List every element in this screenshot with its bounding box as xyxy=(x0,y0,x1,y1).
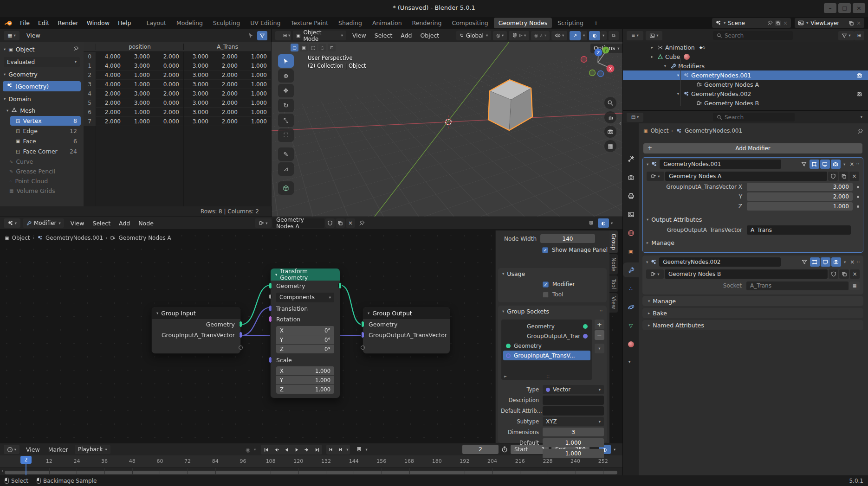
select-mode-lasso[interactable]: ◌ xyxy=(318,44,326,51)
pan-button[interactable] xyxy=(604,111,616,123)
maximize-button[interactable]: □ xyxy=(838,3,851,13)
editor-type-button[interactable]: ≡▾ xyxy=(627,31,643,40)
viewport-menu-view[interactable]: View xyxy=(348,32,370,39)
workspace-tab-rendering[interactable]: Rendering xyxy=(408,18,447,28)
rotation-field-z[interactable]: Z0° xyxy=(276,345,334,353)
spreadsheet-view-menu[interactable]: View xyxy=(22,32,45,39)
breadcrumb-modifier[interactable]: GeometryNodes.001 xyxy=(45,235,103,241)
socket-type-dropdown-field[interactable]: Vector▾ xyxy=(543,385,604,394)
unlink-icon[interactable]: × xyxy=(346,218,355,228)
add-socket-button[interactable]: + xyxy=(595,320,604,329)
render-display-toggle[interactable] xyxy=(831,257,841,267)
camera-view-button[interactable] xyxy=(604,126,616,138)
jump-to-end-button[interactable] xyxy=(312,445,322,454)
viewlayer-selector[interactable]: ▾ ViewLayer × xyxy=(795,18,864,28)
select-mode-paint[interactable]: ⊡ xyxy=(328,44,336,51)
overlays-dropdown[interactable]: ▾ xyxy=(611,221,613,225)
menu-help[interactable]: Help xyxy=(114,19,136,26)
geometry-node-editor[interactable]: ▾ Modifier▾ ViewSelectAddNode ▾ Geometry… xyxy=(0,217,622,443)
socket-specials-button[interactable]: ▾ xyxy=(595,344,604,353)
socket-default-attribute-input-field[interactable] xyxy=(543,406,604,416)
workspace-tab-animation[interactable]: Animation xyxy=(368,18,407,28)
snap-target-button[interactable]: ◎▾ xyxy=(493,31,507,40)
copy-node-group-icon[interactable] xyxy=(839,172,849,181)
realtime-display-toggle[interactable] xyxy=(821,257,830,267)
menu-render[interactable]: Render xyxy=(53,19,83,26)
node-menu-node[interactable]: Node xyxy=(134,220,158,227)
socket-translation-input[interactable] xyxy=(269,305,272,312)
navigation-gizmo[interactable]: Z Y X xyxy=(569,43,620,80)
overlays-toggle[interactable]: ◐ xyxy=(589,31,600,40)
manage-panel-header[interactable]: Manage xyxy=(651,239,674,246)
prev-frame-button[interactable] xyxy=(326,445,336,454)
domain-item-face[interactable]: ▣Face6 xyxy=(10,136,81,146)
scale-field-y[interactable]: Y1.000 xyxy=(276,376,334,384)
jump-to-start-button[interactable] xyxy=(261,445,271,454)
workspace-tab-shading[interactable]: Shading xyxy=(334,18,367,28)
collapse-chevron[interactable]: ▾ xyxy=(156,311,158,315)
vertex-group-filter-icon[interactable] xyxy=(800,257,809,267)
play-button[interactable] xyxy=(291,445,302,454)
outliner-item-geometry-nodes-b[interactable]: Geometry Nodes B xyxy=(623,98,868,108)
node-group-input[interactable]: ▾Group Input Geometry GroupInputA_TransV… xyxy=(151,307,241,354)
viewport-3d[interactable]: ⊞▾ ▣Object Mode▾ ViewSelectAddObject ↯Gl… xyxy=(272,29,622,217)
blender-logo-icon[interactable] xyxy=(5,20,13,26)
domain-item-edge[interactable]: ◫Edge12 xyxy=(10,126,81,136)
scale-tool[interactable]: ⤡ xyxy=(278,114,294,127)
viewport-menu-select[interactable]: Select xyxy=(370,32,397,39)
socket-geometry-input[interactable] xyxy=(269,282,272,289)
workspace-tab-uv-editing[interactable]: UV Editing xyxy=(246,18,285,28)
measure-tool[interactable]: ⊿ xyxy=(278,162,294,176)
socket-geometry-output[interactable] xyxy=(239,321,242,327)
mesh-item[interactable]: ▾Mesh xyxy=(0,106,84,115)
play-reverse-button[interactable] xyxy=(281,445,291,454)
workspace-tab-sculpting[interactable]: Sculpting xyxy=(208,18,245,28)
fake-user-shield-icon[interactable] xyxy=(325,218,335,228)
select-mode-circle[interactable]: ◯ xyxy=(309,44,317,51)
next-keyframe-button[interactable] xyxy=(302,445,312,454)
unlink-node-group-icon[interactable]: × xyxy=(850,269,860,279)
copy-node-group-icon[interactable] xyxy=(839,269,849,279)
socket-default-x-field-field[interactable]: 1.000 xyxy=(543,438,604,448)
geometry-item-curve[interactable]: ∿Curve xyxy=(0,157,84,166)
node-group-browse-button[interactable]: ▾ xyxy=(647,172,664,181)
socket-description-input-field[interactable] xyxy=(543,396,604,405)
pin-icon[interactable] xyxy=(359,220,365,226)
domain-item-face-corner[interactable]: ◰Face Corner24 xyxy=(10,147,81,156)
socket-subtype-dropdown-field[interactable]: XYZ▾ xyxy=(543,417,604,426)
menu-window[interactable]: Window xyxy=(83,19,114,26)
add-workspace-button[interactable]: + xyxy=(589,18,603,28)
geometry-item-point-cloud[interactable]: ∴Point Cloud xyxy=(0,176,84,186)
outliner-item-geometrynodes-001[interactable]: ▾GeometryNodes.001 xyxy=(623,70,868,80)
resize-handle[interactable]: ∷ xyxy=(547,374,550,379)
collapse-chevron[interactable]: ▾ xyxy=(646,260,648,264)
workspace-tab-scripting[interactable]: Scripting xyxy=(553,18,588,28)
manage-panel-header[interactable]: ▾Manage xyxy=(642,296,863,306)
tab-object[interactable]: ▣ xyxy=(623,244,639,259)
socket-geometry-input[interactable] xyxy=(361,321,364,327)
render-visibility-camera-icon[interactable] xyxy=(856,91,862,97)
drag-handle-icon[interactable]: ∷ xyxy=(856,162,859,166)
outliner-item-cube[interactable]: ▸Cube xyxy=(623,52,868,61)
annotate-tool[interactable]: ✎ xyxy=(278,147,294,161)
viewport-menu-add[interactable]: Add xyxy=(396,32,416,39)
tab-data[interactable]: ▽ xyxy=(623,318,639,333)
tab-modifiers[interactable] xyxy=(623,262,639,277)
close-button[interactable]: × xyxy=(853,3,865,13)
snap-toggle[interactable] xyxy=(586,218,596,228)
socket-mode-input[interactable] xyxy=(269,294,272,299)
expand-arrow[interactable]: ▸ xyxy=(649,55,655,59)
tab-output[interactable] xyxy=(623,188,639,203)
node-group-output[interactable]: ▾Group Output Geometry GroupOutputA_Tran… xyxy=(363,307,450,354)
playhead[interactable]: 2 xyxy=(20,456,32,475)
usage-modifier-checkbox[interactable]: ✓ xyxy=(543,281,549,288)
tab-particles[interactable]: ∴ xyxy=(623,281,639,296)
gizmos-dropdown[interactable]: ▾ xyxy=(581,31,587,40)
perspective-toggle-button[interactable]: ▦ xyxy=(604,140,616,152)
transform-mode-dropdown[interactable]: Components▾ xyxy=(276,293,334,302)
properties-search[interactable] xyxy=(713,113,795,122)
timeline-menu-view[interactable]: View xyxy=(22,446,44,453)
geometry-item-grease-pencil[interactable]: ✎Grease Pencil xyxy=(0,166,84,176)
editor-type-button[interactable]: ▾ xyxy=(4,218,20,228)
visibility-button[interactable]: ▾ xyxy=(551,31,567,40)
